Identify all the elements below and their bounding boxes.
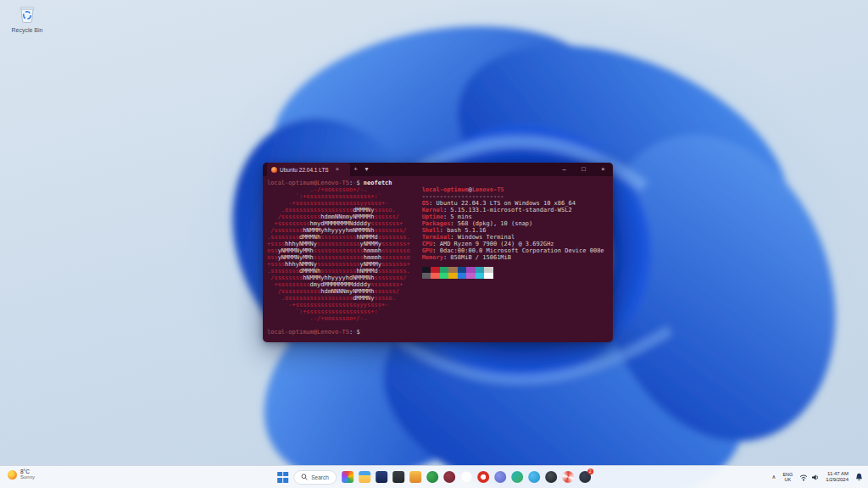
recycle-bin-icon: [19, 4, 36, 23]
palette-swatch: [476, 267, 485, 273]
weather-widget[interactable]: 8°C Sunny: [8, 469, 35, 480]
palette-swatch: [448, 267, 458, 273]
volume-icon[interactable]: [811, 474, 819, 481]
clock-date: 1/29/2024: [826, 477, 849, 483]
close-button[interactable]: ×: [593, 163, 613, 176]
neofetch-info-kernel: Kernel: 5.15.133.1-microsoft-standard-WS…: [422, 207, 604, 214]
tab-dropdown-icon[interactable]: ▾: [361, 163, 372, 176]
taskbar-clock[interactable]: 11:47 AM 1/29/2024: [826, 471, 849, 483]
taskbar: 8°C Sunny Search 2 ∧ ENG UK: [0, 465, 868, 488]
clock-time: 11:47 AM: [826, 471, 849, 477]
search-label: Search: [311, 474, 329, 480]
telegram-app-icon[interactable]: [528, 471, 540, 483]
file-explorer-icon[interactable]: [359, 471, 370, 483]
weather-condition: Sunny: [20, 474, 35, 480]
neofetch-info-os: OS: Ubuntu 22.04.3 LTS on Windows 10 x86…: [422, 200, 604, 207]
colorwheel-app-icon[interactable]: [342, 471, 353, 483]
palette-swatch: [476, 273, 485, 279]
terminal-window: Ubuntu 22.04.1 LTS × + ▾ – □ × local-opt…: [263, 163, 613, 342]
neofetch-info-memory: Memory: 858MiB / 15061MiB: [422, 254, 604, 261]
maroon-app-icon[interactable]: [443, 471, 455, 483]
tray-chevron-icon[interactable]: ∧: [772, 474, 776, 480]
terminal-titlebar[interactable]: Ubuntu 22.04.1 LTS × + ▾ – □ ×: [263, 163, 613, 176]
neofetch-info-terminal: Terminal: Windows Terminal: [422, 234, 604, 241]
teal-check-app-icon[interactable]: [511, 471, 523, 483]
taskbar-apps: 2: [342, 471, 591, 483]
ubuntu-icon: [271, 167, 277, 173]
weather-temperature: 8°C: [20, 469, 35, 474]
search-box[interactable]: Search: [293, 470, 337, 485]
new-tab-button[interactable]: +: [350, 163, 361, 176]
green-app-icon[interactable]: [426, 471, 438, 483]
gauge-app-icon[interactable]: 2: [579, 471, 591, 483]
orange-figure-app-icon[interactable]: [409, 471, 421, 483]
palette-swatch: [458, 273, 467, 279]
command-text: neofetch: [364, 180, 392, 186]
neofetch-info-cpu: CPU: AMD Ryzen 9 7900 (24) @ 3.692GHz: [422, 241, 604, 247]
terminal-content[interactable]: local-optimum@Lenovo-T5:~$ neofetch .-/+…: [263, 176, 613, 336]
red-white-app-icon[interactable]: [562, 471, 574, 483]
prompt-line-empty: local-optimum@Lenovo-T5:~$: [267, 329, 613, 336]
search-icon: [301, 474, 308, 480]
neofetch-info: local-optimum@Lenovo-T5 ----------------…: [422, 186, 604, 279]
palette-swatch: [422, 267, 431, 273]
language-indicator[interactable]: ENG UK: [782, 472, 793, 482]
palette-swatch: [484, 273, 493, 279]
system-tray: ∧ ENG UK 11:47 AM 1/29/2024: [772, 466, 863, 488]
palette-swatch: [466, 273, 476, 279]
desktop: Recycle Bin Ubuntu 22.04.1 LTS × + ▾ – □…: [0, 0, 868, 488]
tab-close-icon[interactable]: ×: [336, 163, 339, 176]
neofetch-info-packages: Packages: 568 (dpkg), 10 (snap): [422, 220, 604, 227]
maximize-button[interactable]: □: [574, 163, 593, 176]
neofetch-info-uptime: Uptime: 5 mins: [422, 214, 604, 220]
neofetch-info-gpu: GPU: 0dac:00:00.0 Microsoft Corporation …: [422, 247, 604, 254]
store-app-icon[interactable]: [376, 471, 387, 483]
palette-swatch: [440, 273, 449, 279]
notification-badge: 2: [587, 469, 593, 474]
palette-swatch: [466, 267, 476, 273]
neofetch-host: local-optimum@Lenovo-T5: [422, 186, 604, 193]
prompt-line-command: local-optimum@Lenovo-T5:~$ neofetch: [267, 180, 613, 186]
terminal-tab[interactable]: Ubuntu 22.04.1 LTS ×: [267, 163, 350, 176]
terminal-app-icon[interactable]: [392, 471, 404, 483]
palette-swatch: [431, 267, 440, 273]
neofetch-separator: -----------------------: [422, 193, 604, 200]
recycle-bin-label: Recycle Bin: [7, 27, 47, 33]
tab-title: Ubuntu 22.04.1 LTS: [280, 167, 329, 173]
neofetch-output: .-/+oossssoo+/-. `:+ssssssssssssssssss+:…: [267, 186, 613, 322]
dark-swirl-app-icon[interactable]: [545, 471, 557, 483]
minimize-button[interactable]: –: [554, 163, 574, 176]
notification-bell-icon[interactable]: [855, 473, 863, 481]
start-button[interactable]: [277, 472, 288, 483]
palette-swatch: [440, 267, 449, 273]
palette-swatch: [422, 273, 431, 279]
red-dot-app-icon[interactable]: [477, 471, 489, 483]
palette-swatch: [431, 273, 440, 279]
palette-swatch: [448, 273, 458, 279]
ubuntu-ascii-logo: .-/+oossssoo+/-. `:+ssssssssssssssssss+:…: [267, 186, 410, 322]
wifi-icon[interactable]: [799, 474, 808, 481]
sun-icon: [8, 470, 17, 480]
terminal-color-palette: [422, 267, 604, 279]
neofetch-info-shell: Shell: bash 5.1.16: [422, 227, 604, 234]
info-app-icon[interactable]: [460, 471, 472, 483]
palette-swatch: [484, 267, 493, 273]
discord-app-icon[interactable]: [494, 471, 506, 483]
palette-swatch: [458, 267, 467, 273]
recycle-bin[interactable]: Recycle Bin: [7, 4, 47, 33]
